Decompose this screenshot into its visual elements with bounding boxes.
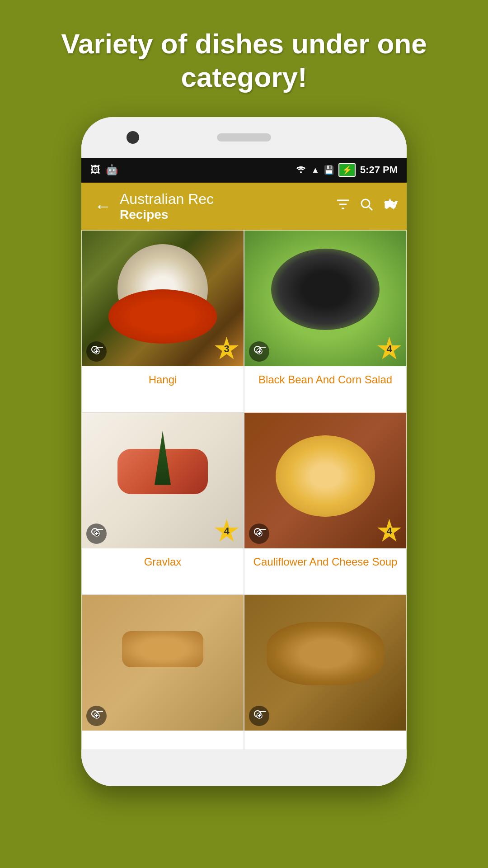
app-bar-title-area: Australian Rec Recipes xyxy=(120,191,331,222)
status-right-area: ▲ 💾 ⚡ 5:27 PM xyxy=(295,163,398,177)
phone-speaker xyxy=(217,133,271,142)
svg-line-5 xyxy=(369,207,372,210)
recipe-name-3: Gravlax xyxy=(82,548,244,575)
filter-icon[interactable] xyxy=(335,197,351,216)
recipe-image-4: 4 xyxy=(244,413,406,548)
recipe-card-2[interactable]: 4Black Bean And Corn Salad xyxy=(244,230,407,412)
android-icon: 🤖 xyxy=(106,164,118,176)
recipe-grid: 3Hangi4Black Bean And Corn Salad4Gravlax… xyxy=(81,230,407,750)
svg-point-0 xyxy=(300,171,302,173)
recipe-card-1[interactable]: 3Hangi xyxy=(81,230,244,412)
recipe-photo-5 xyxy=(82,595,244,731)
storage-icon: 💾 xyxy=(324,165,334,175)
add-recipe-icon-5[interactable] xyxy=(86,706,107,726)
svg-text:FV: FV xyxy=(385,199,397,210)
recipe-name-4: Cauliflower And Cheese Soup xyxy=(244,548,406,575)
status-time: 5:27 PM xyxy=(360,164,398,176)
status-left-icons: 🖼 🤖 xyxy=(90,164,118,176)
recipe-card-6[interactable] xyxy=(244,594,407,750)
recipe-image-6 xyxy=(244,595,406,731)
phone-camera xyxy=(127,131,139,144)
add-recipe-icon-4[interactable] xyxy=(249,524,269,544)
recipe-image-1: 3 xyxy=(82,231,244,366)
hero-tagline: Variety of dishes under one category! xyxy=(0,0,488,117)
phone-bottom-bezel xyxy=(81,750,407,786)
recipe-image-3: 4 xyxy=(82,413,244,548)
add-recipe-icon-2[interactable] xyxy=(249,341,269,362)
add-recipe-icon-1[interactable] xyxy=(86,341,107,362)
app-bar-title: Australian Rec xyxy=(120,191,331,208)
recipe-card-5[interactable] xyxy=(81,594,244,750)
gallery-icon: 🖼 xyxy=(90,164,100,176)
status-bar: 🖼 🤖 ▲ 💾 ⚡ 5:27 PM xyxy=(81,158,407,183)
recipe-card-3[interactable]: 4Gravlax xyxy=(81,412,244,594)
wifi-icon xyxy=(295,165,307,176)
signal-icon: ▲ xyxy=(311,165,319,175)
favorites-icon[interactable]: FV xyxy=(382,197,398,216)
recipe-image-5 xyxy=(82,595,244,731)
recipe-image-2: 4 xyxy=(244,231,406,366)
search-icon[interactable] xyxy=(359,197,374,216)
recipe-name-2: Black Bean And Corn Salad xyxy=(244,366,406,393)
recipe-name-1: Hangi xyxy=(82,366,244,393)
app-bar-actions: FV xyxy=(335,197,398,216)
recipe-photo-6 xyxy=(244,595,406,731)
content-area: 3Hangi4Black Bean And Corn Salad4Gravlax… xyxy=(81,230,407,750)
phone-mockup: 🖼 🤖 ▲ 💾 ⚡ 5:27 PM ← Australian Rec Recip… xyxy=(81,117,407,786)
app-bar: ← Australian Rec Recipes xyxy=(81,183,407,230)
add-recipe-icon-6[interactable] xyxy=(249,706,269,726)
recipe-card-4[interactable]: 4Cauliflower And Cheese Soup xyxy=(244,412,407,594)
phone-top-bezel xyxy=(81,117,407,158)
svg-point-4 xyxy=(361,199,370,208)
back-button[interactable]: ← xyxy=(90,197,115,216)
battery-icon: ⚡ xyxy=(338,163,356,177)
app-bar-subtitle: Recipes xyxy=(120,208,331,222)
add-recipe-icon-3[interactable] xyxy=(86,524,107,544)
